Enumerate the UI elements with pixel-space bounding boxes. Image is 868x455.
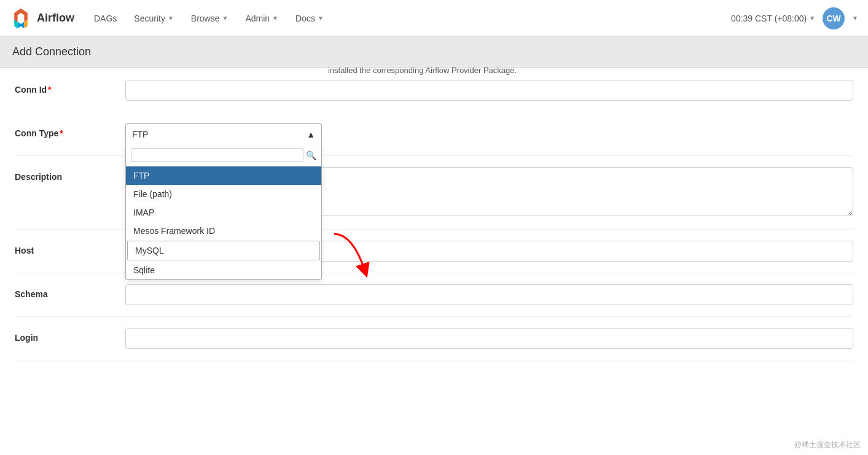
nav-items: DAGs Security ▼ Browse ▼ Admin ▼ Docs ▼ (87, 9, 731, 28)
nav-admin-chevron: ▼ (272, 15, 278, 21)
nav-docs-label: Docs (295, 14, 315, 23)
dropdown-search-input[interactable] (131, 148, 303, 162)
time-text: 00:39 CST (+08:00) (731, 14, 807, 23)
brand-logo[interactable]: Airflow (10, 7, 74, 29)
nav-admin[interactable]: Admin ▼ (238, 9, 286, 28)
host-label: Host (15, 241, 125, 255)
dropdown-item-mesos[interactable]: Mesos Framework ID (126, 222, 321, 240)
airflow-logo-icon (10, 7, 32, 29)
search-box: 🔍 (126, 144, 321, 166)
nav-security-label: Security (134, 14, 165, 23)
conn-id-required: * (48, 85, 51, 95)
schema-input[interactable] (125, 284, 853, 305)
time-display[interactable]: 00:39 CST (+08:00) ▼ (731, 14, 815, 23)
time-chevron: ▼ (809, 15, 815, 21)
nav-admin-label: Admin (245, 14, 270, 23)
page-title: Add Connection (12, 45, 91, 58)
login-row: Login (15, 328, 853, 360)
nav-docs[interactable]: Docs ▼ (288, 9, 331, 28)
login-label: Login (15, 328, 125, 343)
search-icon: 🔍 (306, 150, 316, 160)
dropdown-item-sqlite[interactable]: Sqlite (126, 261, 321, 279)
dropdown-panel: 🔍 FTP File (path) IMAP Mesos Framework I… (125, 144, 322, 280)
svg-marker-1 (18, 21, 25, 28)
select-chevron-up: ▲ (307, 130, 315, 139)
user-chevron: ▼ (852, 15, 858, 21)
nav-security[interactable]: Security ▼ (127, 9, 181, 28)
svg-marker-0 (14, 8, 28, 21)
conn-type-required: * (60, 128, 63, 138)
nav-dags[interactable]: DAGs (87, 9, 124, 28)
nav-browse-label: Browse (191, 14, 220, 23)
conn-id-label: Conn Id* (15, 80, 125, 95)
nav-right: 00:39 CST (+08:00) ▼ CW ▼ (731, 7, 858, 29)
navbar: Airflow DAGs Security ▼ Browse ▼ Admin ▼… (0, 0, 868, 37)
user-initials: CW (826, 14, 840, 23)
conn-type-label: Conn Type* (15, 123, 125, 138)
schema-label: Schema (15, 284, 125, 299)
login-input[interactable] (125, 328, 853, 349)
nav-docs-chevron: ▼ (318, 15, 324, 21)
brand-text: Airflow (37, 12, 74, 25)
dropdown-item-mysql[interactable]: MySQL (127, 241, 320, 260)
schema-row: Schema (15, 284, 853, 317)
dropdown-item-file[interactable]: File (path) (126, 185, 321, 203)
dropdown-item-imap[interactable]: IMAP (126, 203, 321, 222)
page-header: Add Connection (0, 37, 868, 68)
select-trigger[interactable]: FTP ▲ (125, 123, 322, 144)
nav-security-chevron: ▼ (168, 15, 174, 21)
schema-input-wrap (125, 284, 853, 305)
description-label: Description (15, 167, 125, 182)
login-input-wrap (125, 328, 853, 349)
conn-type-input-wrap: FTP ▲ 🔍 FTP File (path) IMAP (125, 123, 853, 144)
nav-browse[interactable]: Browse ▼ (184, 9, 236, 28)
conn-type-select[interactable]: FTP ▲ 🔍 FTP File (path) IMAP (125, 123, 322, 144)
conn-id-input-wrap (125, 80, 853, 101)
main-content: Conn Id* Conn Type* FTP ▲ 🔍 (0, 68, 868, 384)
conn-type-row: Conn Type* FTP ▲ 🔍 FTP File (pa (15, 123, 853, 156)
selected-value: FTP (132, 130, 148, 139)
provider-note: installed the corresponding Airflow Prov… (328, 66, 517, 75)
dropdown-item-ftp[interactable]: FTP (126, 166, 321, 185)
conn-id-row: Conn Id* (15, 80, 853, 112)
nav-dags-label: DAGs (94, 14, 117, 23)
user-avatar[interactable]: CW (823, 7, 845, 29)
conn-id-input[interactable] (125, 80, 853, 101)
nav-browse-chevron: ▼ (222, 15, 229, 21)
